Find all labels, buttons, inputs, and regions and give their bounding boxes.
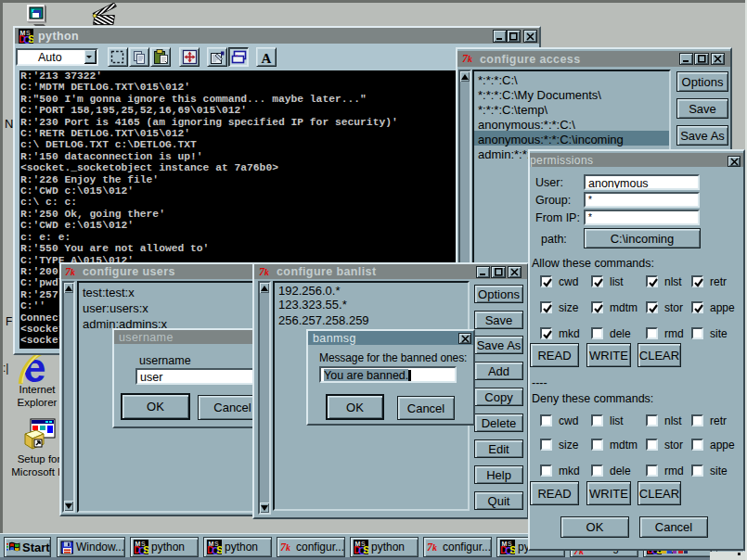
svg-text:A: A [262, 50, 272, 65]
